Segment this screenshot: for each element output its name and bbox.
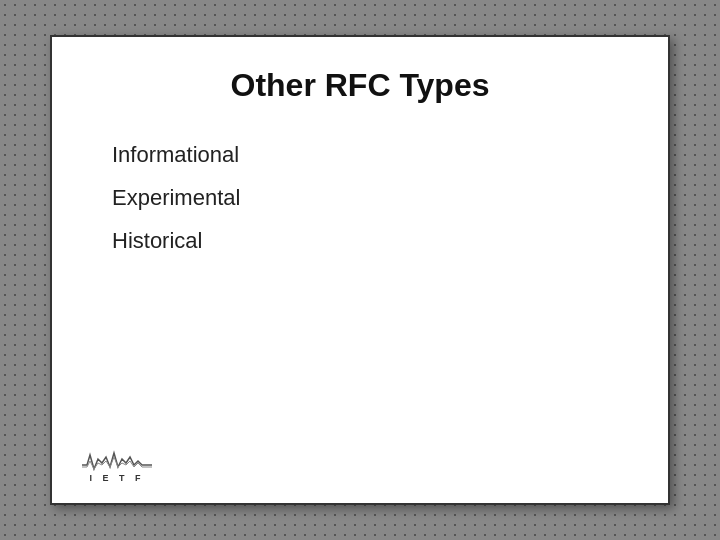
ietf-wave-icon [82,449,152,471]
list-item: Historical [112,226,628,257]
slide-content: Informational Experimental Historical [92,140,628,256]
slide-title: Other RFC Types [92,67,628,104]
ietf-label: I E T F [90,473,145,483]
list-item: Informational [112,140,628,171]
list-item: Experimental [112,183,628,214]
ietf-logo: I E T F [82,449,152,483]
slide-container: Other RFC Types Informational Experiment… [50,35,670,505]
